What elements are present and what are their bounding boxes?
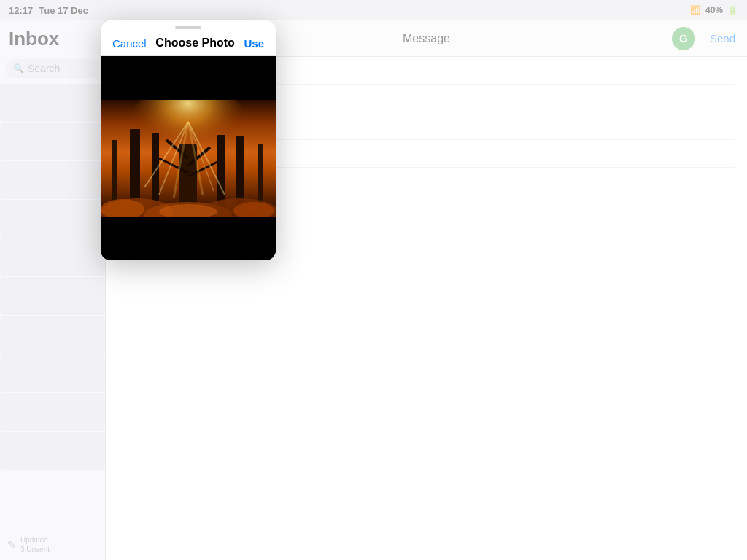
forest-photo [101, 100, 276, 217]
photo-display-area [101, 56, 276, 260]
chooser-title: Choose Photo [155, 36, 234, 50]
forest-svg [101, 100, 276, 217]
photo-black-bottom [101, 217, 276, 260]
chooser-header: Cancel Choose Photo Use [101, 29, 276, 56]
chooser-cancel-button[interactable]: Cancel [112, 37, 147, 50]
photo-chooser-modal: Cancel Choose Photo Use [101, 20, 276, 260]
chooser-use-button[interactable]: Use [244, 37, 264, 50]
photo-black-top [101, 56, 276, 100]
